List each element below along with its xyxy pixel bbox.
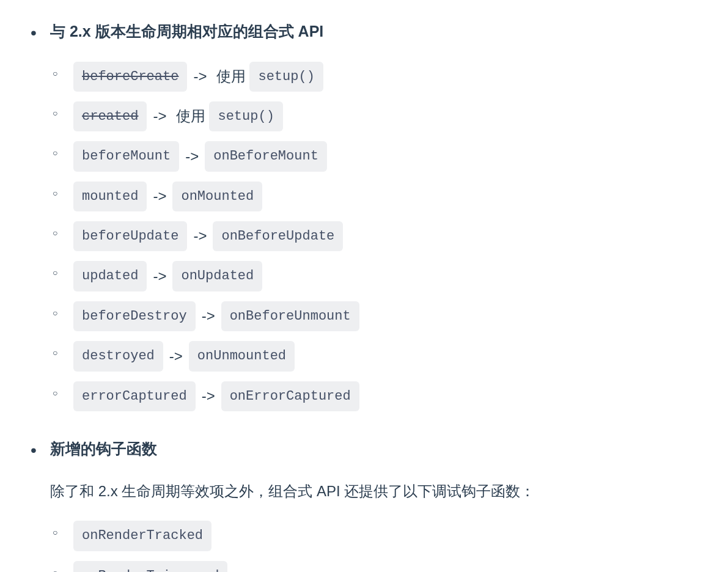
arrow-text: -> xyxy=(193,224,207,249)
arrow-text: -> xyxy=(202,384,215,409)
lifecycle-item: beforeUpdate->onBeforeUpdate xyxy=(73,221,697,251)
lifecycle-item: mounted->onMounted xyxy=(73,182,697,211)
new-lifecycle-code: onUpdated xyxy=(172,261,262,291)
new-hooks-list: onRenderTrackedonRenderTriggered xyxy=(50,521,697,572)
hook-code: onRenderTracked xyxy=(73,521,211,551)
old-lifecycle-code: mounted xyxy=(73,182,147,211)
hook-item: onRenderTriggered xyxy=(73,561,697,572)
hook-code: onRenderTriggered xyxy=(73,561,227,572)
section-heading: 新增的钩子函数 xyxy=(50,436,697,462)
new-lifecycle-code: setup() xyxy=(249,62,323,92)
lifecycle-item: beforeCreate->使用setup() xyxy=(73,62,697,92)
arrow-text: -> xyxy=(169,344,183,369)
old-lifecycle-code: beforeMount xyxy=(73,141,179,171)
new-lifecycle-code: onMounted xyxy=(172,182,262,211)
section-new-hooks: 新增的钩子函数 除了和 2.x 生命周期等效项之外，组合式 API 还提供了以下… xyxy=(31,436,697,572)
content-list: 与 2.x 版本生命周期相对应的组合式 API beforeCreate->使用… xyxy=(31,18,697,572)
lifecycle-item: updated->onUpdated xyxy=(73,261,697,291)
arrow-text: -> xyxy=(153,104,166,129)
new-lifecycle-code: onBeforeUnmount xyxy=(221,301,359,331)
arrow-text: -> xyxy=(185,144,199,169)
new-lifecycle-code: setup() xyxy=(209,101,282,131)
new-lifecycle-code: onUnmounted xyxy=(189,341,295,371)
arrow-text: -> xyxy=(153,264,166,289)
lifecycle-mapping-list: beforeCreate->使用setup()created->使用setup(… xyxy=(50,62,697,412)
use-label: 使用 xyxy=(176,104,205,129)
lifecycle-item: destroyed->onUnmounted xyxy=(73,341,697,371)
lifecycle-item: created->使用setup() xyxy=(73,101,697,131)
hook-item: onRenderTracked xyxy=(73,521,697,551)
lifecycle-item: beforeMount->onBeforeMount xyxy=(73,141,697,171)
lifecycle-item: errorCaptured->onErrorCaptured xyxy=(73,381,697,411)
old-lifecycle-code: created xyxy=(73,101,147,131)
old-lifecycle-code: beforeCreate xyxy=(73,62,187,92)
new-lifecycle-code: onBeforeUpdate xyxy=(213,221,343,251)
arrow-text: -> xyxy=(202,304,215,329)
old-lifecycle-code: beforeDestroy xyxy=(73,301,196,331)
old-lifecycle-code: updated xyxy=(73,261,147,291)
arrow-text: -> xyxy=(153,184,166,209)
section-description: 除了和 2.x 生命周期等效项之外，组合式 API 还提供了以下调试钩子函数： xyxy=(50,479,697,504)
old-lifecycle-code: destroyed xyxy=(73,341,163,371)
old-lifecycle-code: errorCaptured xyxy=(73,381,196,411)
use-label: 使用 xyxy=(216,64,246,89)
lifecycle-item: beforeDestroy->onBeforeUnmount xyxy=(73,301,697,331)
arrow-text: -> xyxy=(193,64,207,89)
new-lifecycle-code: onErrorCaptured xyxy=(221,381,359,411)
new-lifecycle-code: onBeforeMount xyxy=(205,141,327,171)
old-lifecycle-code: beforeUpdate xyxy=(73,221,187,251)
section-heading: 与 2.x 版本生命周期相对应的组合式 API xyxy=(50,18,697,45)
section-lifecycle-mapping: 与 2.x 版本生命周期相对应的组合式 API beforeCreate->使用… xyxy=(31,18,697,411)
